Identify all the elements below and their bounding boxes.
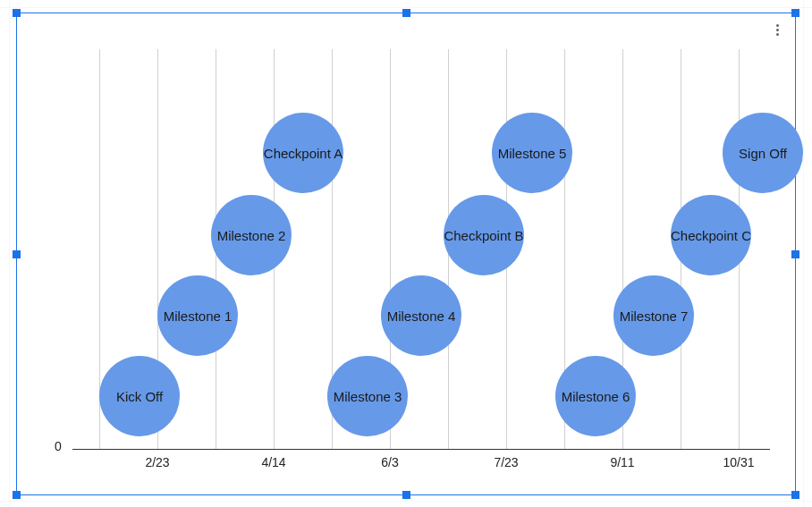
selection-handle-bottom-right[interactable] <box>791 491 799 499</box>
bubble-label: Milestone 4 <box>387 308 456 324</box>
chart-object[interactable]: 0 Kick OffMilestone 1Milestone 2Checkpoi… <box>16 13 796 495</box>
selection-handle-left-mid[interactable] <box>13 250 21 258</box>
bubble-label: Milestone 5 <box>498 146 567 161</box>
bubble-label: Checkpoint C <box>671 228 751 243</box>
bubble-label: Milestone 1 <box>164 308 233 324</box>
selection-handle-bottom-left[interactable] <box>13 491 21 499</box>
bubble-label: Kick Off <box>116 389 163 404</box>
kebab-dot-icon <box>776 24 779 27</box>
x-axis-tick-label: 10/31 <box>723 455 754 469</box>
bubble-label: Milestone 6 <box>562 389 630 404</box>
x-axis-tick-label: 9/11 <box>610 455 634 469</box>
kebab-dot-icon <box>776 33 779 36</box>
selection-handle-top-mid[interactable] <box>402 9 410 17</box>
selection-handle-top-left[interactable] <box>13 9 21 17</box>
bubble-label: Checkpoint B <box>444 228 523 243</box>
selection-handle-bottom-mid[interactable] <box>402 491 410 499</box>
selection-handle-right-mid[interactable] <box>791 250 799 258</box>
selection-handle-top-right[interactable] <box>791 9 799 17</box>
plot-area: Kick OffMilestone 1Milestone 2Checkpoint… <box>72 49 770 450</box>
x-axis-tick-label: 7/23 <box>494 455 518 469</box>
y-axis-zero-label: 0 <box>55 439 62 453</box>
bubble-label: Milestone 2 <box>217 228 286 243</box>
x-axis-tick-label: 6/3 <box>381 455 398 469</box>
x-axis-labels: 2/234/146/37/239/1110/31 <box>72 455 770 477</box>
x-axis-baseline <box>72 449 770 450</box>
chart-options-button[interactable] <box>768 21 786 38</box>
bubble-label: Sign Off <box>739 146 787 161</box>
x-axis-tick-label: 2/23 <box>145 455 169 469</box>
bubble-label: Milestone 7 <box>620 308 689 324</box>
bubble-label: Checkpoint A <box>264 146 343 161</box>
bubble-label: Milestone 3 <box>334 389 402 404</box>
x-axis-tick-label: 4/14 <box>261 455 285 469</box>
kebab-dot-icon <box>776 29 779 31</box>
